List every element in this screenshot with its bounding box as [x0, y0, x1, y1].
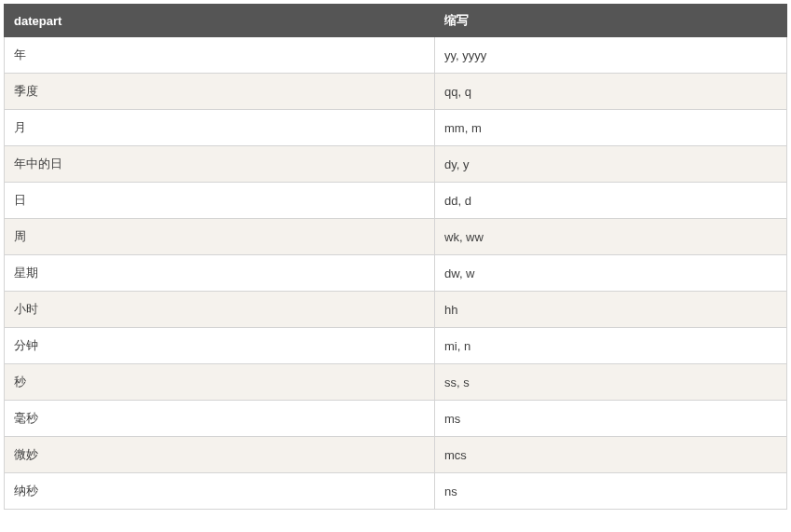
table-row: 日 dd, d [5, 183, 787, 219]
cell-datepart: 星期 [5, 255, 435, 292]
table-row: 年中的日 dy, y [5, 146, 787, 183]
cell-abbr: ss, s [435, 364, 787, 401]
table-row: 周 wk, ww [5, 219, 787, 255]
cell-datepart: 小时 [5, 292, 435, 328]
cell-datepart: 秒 [5, 364, 435, 401]
table-row: 毫秒 ms [5, 401, 787, 437]
table-row: 纳秒 ns [5, 473, 787, 510]
cell-datepart: 周 [5, 219, 435, 255]
cell-abbr: mi, n [435, 328, 787, 364]
cell-abbr: dy, y [435, 146, 787, 183]
table-row: 星期 dw, w [5, 255, 787, 292]
cell-datepart: 年中的日 [5, 146, 435, 183]
table-header: datepart 缩写 [5, 5, 787, 37]
cell-abbr: ms [435, 401, 787, 437]
cell-abbr: ns [435, 473, 787, 510]
cell-abbr: mm, m [435, 110, 787, 146]
cell-datepart: 毫秒 [5, 401, 435, 437]
cell-datepart: 月 [5, 110, 435, 146]
table-row: 月 mm, m [5, 110, 787, 146]
cell-abbr: hh [435, 292, 787, 328]
cell-abbr: wk, ww [435, 219, 787, 255]
cell-abbr: mcs [435, 437, 787, 473]
cell-datepart: 日 [5, 183, 435, 219]
cell-datepart: 分钟 [5, 328, 435, 364]
cell-abbr: yy, yyyy [435, 37, 787, 74]
cell-datepart: 微妙 [5, 437, 435, 473]
cell-abbr: qq, q [435, 74, 787, 110]
table-row: 小时 hh [5, 292, 787, 328]
cell-datepart: 季度 [5, 74, 435, 110]
table-row: 年 yy, yyyy [5, 37, 787, 74]
cell-datepart: 年 [5, 37, 435, 74]
header-abbreviation: 缩写 [435, 5, 787, 37]
cell-datepart: 纳秒 [5, 473, 435, 510]
header-datepart: datepart [5, 5, 435, 37]
cell-abbr: dd, d [435, 183, 787, 219]
table-row: 微妙 mcs [5, 437, 787, 473]
datepart-table: datepart 缩写 年 yy, yyyy 季度 qq, q 月 mm, m … [4, 4, 787, 510]
table-row: 分钟 mi, n [5, 328, 787, 364]
table-row: 秒 ss, s [5, 364, 787, 401]
header-row: datepart 缩写 [5, 5, 787, 37]
table-body: 年 yy, yyyy 季度 qq, q 月 mm, m 年中的日 dy, y 日… [5, 37, 787, 510]
table-row: 季度 qq, q [5, 74, 787, 110]
cell-abbr: dw, w [435, 255, 787, 292]
